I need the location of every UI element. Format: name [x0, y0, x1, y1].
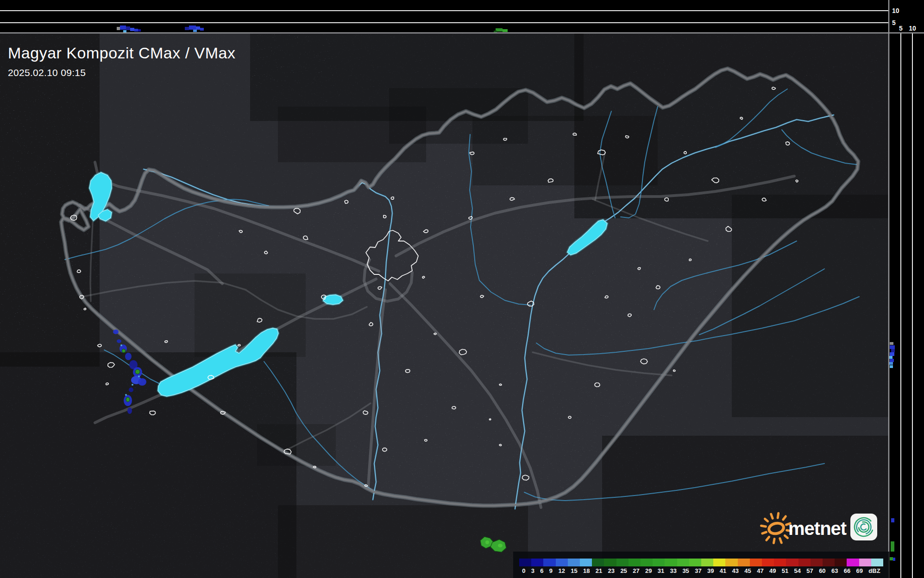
legend-step-label: 23 [605, 567, 617, 574]
legend-step-swatch [531, 559, 543, 566]
top-profile-strip: 105 [0, 0, 924, 33]
top-strip-echo [193, 30, 197, 32]
legend-step-label: 43 [729, 567, 742, 574]
right-strip-echo [890, 359, 894, 362]
radar-echo-cell [129, 387, 133, 392]
legend-step-label: 0 [519, 567, 528, 574]
legend-step-swatch [713, 559, 725, 566]
top-strip-echo [134, 29, 138, 32]
right-strip-altitude-label: 10 [909, 25, 916, 32]
top-strip-altitude-label: 5 [892, 19, 896, 26]
legend-step-swatch [677, 559, 689, 566]
terrain-relief-patch [0, 352, 296, 578]
legend-step-swatch [798, 559, 811, 566]
top-strip-echo [117, 27, 120, 30]
legend-step-swatch [604, 559, 616, 566]
legend-step-swatch [835, 559, 847, 566]
legend-step-label: 41 [717, 567, 729, 574]
legend-step-swatch [774, 559, 786, 566]
legend-step-label: 21 [593, 567, 605, 574]
cyclone-spiral-icon [850, 514, 877, 540]
top-strip-echo [185, 27, 189, 30]
legend-step-label: 49 [767, 567, 779, 574]
terrain-relief-patch [732, 195, 889, 417]
legend-step-swatch [738, 559, 750, 566]
legend-step-label: 39 [704, 567, 717, 574]
dbz-colorbar [519, 559, 883, 566]
right-strip-echo [890, 345, 895, 349]
radar-echo-cell [117, 339, 121, 343]
right-strip-echo [891, 349, 895, 352]
legend-step-label: 27 [630, 567, 642, 574]
legend-step-swatch [823, 559, 835, 566]
legend-step-swatch [725, 559, 737, 566]
right-strip-altitude-label: 5 [899, 25, 903, 32]
legend-step-label: 33 [667, 567, 679, 574]
map-layer [0, 33, 889, 578]
right-strip-echo [891, 518, 894, 522]
top-strip-echo [130, 28, 134, 31]
legend-step-swatch [811, 559, 823, 566]
legend-step-label: 15 [568, 567, 580, 574]
top-strip-echo [196, 26, 200, 30]
legend-step-swatch [847, 559, 859, 566]
top-strip-echo [189, 25, 196, 30]
legend-step-label: 37 [692, 567, 704, 574]
legend-step-swatch [750, 559, 762, 566]
top-strip-altitude-label: 10 [892, 7, 899, 14]
legend-step-label: 66 [841, 567, 854, 574]
right-strip-echo [893, 558, 895, 561]
dbz-colorbar-labels: 0369121518212325272931333537394143454749… [519, 567, 883, 574]
legend-step-label: 31 [655, 567, 667, 574]
sun-icon [761, 513, 792, 543]
title-block: Magyar Kompozit CMax / VMax 2025.02.10 0… [8, 44, 236, 78]
radar-echo-green-core [122, 349, 126, 353]
top-strip-echo [200, 28, 204, 31]
top-strip-echo [126, 26, 130, 30]
radar-echo-cell [127, 407, 132, 414]
legend-step-swatch [653, 559, 665, 566]
right-strip-echo [890, 352, 894, 356]
legend-step-label: 12 [555, 567, 568, 574]
legend-step-label: dBZ [866, 567, 883, 574]
legend-step-label: 3 [528, 567, 538, 574]
legend-step-label: 35 [679, 567, 692, 574]
legend-step-label: 54 [791, 567, 804, 574]
legend-step-swatch [786, 559, 798, 566]
dbz-legend: 0369121518212325272931333537394143454749… [513, 552, 889, 578]
metnet-logo: metnet [759, 510, 885, 547]
legend-step-swatch [556, 559, 568, 566]
top-strip-echo [494, 31, 497, 32]
right-strip-echo [890, 557, 893, 560]
legend-step-swatch [616, 559, 629, 566]
legend-step-label: 29 [642, 567, 655, 574]
legend-step-label: 57 [804, 567, 816, 574]
legend-step-label: 60 [816, 567, 829, 574]
right-strip-echo [889, 362, 893, 365]
product-title: Magyar Kompozit CMax / VMax [8, 44, 236, 62]
legend-step-swatch [871, 559, 883, 566]
top-strip-echo [123, 30, 126, 32]
legend-step-swatch [689, 559, 701, 566]
top-strip-echo [120, 25, 126, 30]
legend-step-swatch [641, 559, 653, 566]
legend-step-swatch [543, 559, 555, 566]
radar-echo-cell [113, 330, 119, 334]
terrain-relief-patch [0, 33, 100, 367]
legend-step-label: 51 [779, 567, 792, 574]
legend-step-label: 6 [537, 567, 547, 574]
legend-step-swatch [859, 559, 871, 566]
legend-step-swatch [762, 559, 774, 566]
legend-step-label: 25 [617, 567, 630, 574]
legend-step-label: 45 [742, 567, 754, 574]
product-timestamp: 2025.02.10 09:15 [8, 67, 236, 78]
top-strip-echo [138, 29, 141, 32]
right-strip-echo [890, 342, 893, 345]
legend-step-label: 47 [754, 567, 767, 574]
right-profile-strip: 510 [889, 25, 924, 578]
right-strip-echo [891, 541, 894, 552]
radar-echo-green-core [126, 397, 130, 402]
right-strip-echo [890, 365, 893, 368]
legend-step-swatch [580, 559, 592, 566]
legend-step-swatch [592, 559, 604, 566]
